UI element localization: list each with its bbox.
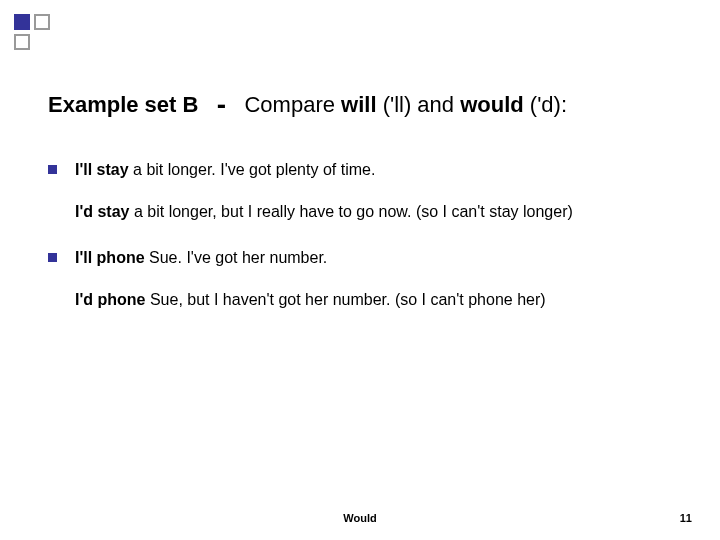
emphasis: I'll stay	[75, 161, 129, 178]
list-item: I'll stay a bit longer. I've got plenty …	[48, 160, 672, 180]
text: a bit longer. I've got plenty of time.	[129, 161, 376, 178]
title-would: would	[460, 92, 524, 117]
bullet-icon	[48, 253, 57, 262]
bullet-text: I'll stay a bit longer. I've got plenty …	[75, 160, 672, 180]
title-compare-a: Compare	[244, 92, 341, 117]
slide-title: Example set B - Compare will ('ll) and w…	[48, 86, 680, 120]
square-icon	[14, 14, 30, 30]
footer-title: Would	[0, 512, 720, 524]
indent-text: I'd stay a bit longer, but I really have…	[75, 202, 672, 222]
list-item: I'll phone Sue. I've got her number.	[48, 248, 672, 268]
emphasis: I'd phone	[75, 291, 145, 308]
title-compare-c: ('ll) and	[377, 92, 461, 117]
title-dash: -	[217, 89, 226, 120]
square-outline-icon	[14, 34, 30, 50]
text: a bit longer, but I really have to go no…	[130, 203, 573, 220]
title-compare-e: ('d):	[524, 92, 567, 117]
title-label: Example set B	[48, 92, 198, 117]
bullet-text: I'll phone Sue. I've got her number.	[75, 248, 672, 268]
bullet-icon	[48, 165, 57, 174]
square-outline-icon	[34, 14, 50, 30]
title-will: will	[341, 92, 376, 117]
content-area: I'll stay a bit longer. I've got plenty …	[48, 160, 672, 336]
indent-text: I'd phone Sue, but I haven't got her num…	[75, 290, 672, 310]
text: Sue. I've got her number.	[145, 249, 328, 266]
text: Sue, but I haven't got her number. (so I…	[145, 291, 545, 308]
emphasis: I'll phone	[75, 249, 145, 266]
page-number: 11	[680, 512, 692, 524]
emphasis: I'd stay	[75, 203, 130, 220]
